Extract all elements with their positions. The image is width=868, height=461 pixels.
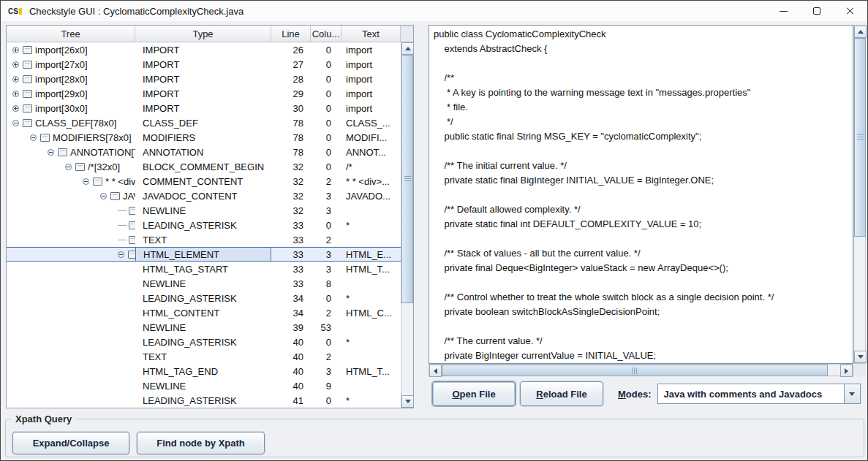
table-row[interactable]: LEADING_ASTERISK400* [7, 335, 401, 349]
table-row[interactable]: NEWLINE409 [7, 378, 401, 393]
table-row[interactable]: LEADING_ASTERISK330* [7, 218, 401, 232]
expand-handle-icon[interactable] [12, 47, 19, 53]
code-scroll-down-arrow[interactable] [854, 351, 867, 363]
dropdown-arrow-button[interactable] [844, 384, 860, 403]
table-row[interactable]: /*[32x0]BLOCK_COMMENT_BEGIN320/* [7, 159, 401, 174]
table-row[interactable]: HTML_TAG_END403HTML_T... [7, 364, 401, 378]
expand-handle-icon[interactable] [12, 61, 19, 68]
expand-handle-icon[interactable] [12, 105, 19, 112]
find-node-button[interactable]: Find node by Xpath [137, 432, 265, 454]
table-row[interactable]: HTML_TAG_START333HTML_T... [7, 262, 401, 276]
tree-node-icon [129, 221, 135, 229]
table-header: Tree Type Line Colu... Text [7, 26, 401, 42]
maximize-button[interactable] [800, 1, 834, 21]
type-cell: HTML_CONTENT [135, 305, 271, 320]
type-cell: IMPORT [135, 86, 271, 101]
table-row[interactable]: HTML_CONTENT342HTML_C... [7, 305, 401, 320]
line-cell: 32 [271, 188, 311, 203]
tree-cell: import[26x0] [7, 42, 135, 57]
code-horizontal-scrollbar[interactable] [429, 364, 853, 376]
collapse-handle-icon[interactable] [118, 251, 124, 258]
text-cell: import [341, 42, 401, 57]
line-cell: 33 [271, 276, 311, 291]
code-scrollbar-thumb[interactable] [854, 38, 866, 237]
code-scroll-left-arrow[interactable] [429, 365, 442, 377]
minimize-button[interactable] [766, 1, 800, 21]
expand-handle-icon[interactable] [12, 91, 19, 97]
collapse-handle-icon[interactable] [12, 120, 19, 126]
collapse-handle-icon[interactable] [48, 149, 54, 156]
tree-cell [7, 218, 135, 232]
type-cell: LEADING_ASTERISK [135, 393, 271, 408]
table-row[interactable]: NEWLINE338 [7, 276, 401, 291]
type-cell: NEWLINE [135, 276, 271, 291]
type-cell: IMPORT [135, 101, 271, 115]
table-row[interactable]: TEXT332 [7, 232, 401, 247]
tree-node-label: ANNOTATION[78x0] [70, 147, 135, 158]
column-header-type[interactable]: Type [135, 26, 271, 42]
collapse-handle-icon[interactable] [83, 178, 89, 185]
collapse-handle-icon[interactable] [65, 164, 72, 170]
table-row[interactable]: LEADING_ASTERISK410* [7, 393, 401, 408]
expand-handle-icon[interactable] [12, 76, 19, 83]
tree-node-icon [128, 251, 135, 259]
collapse-handle-icon[interactable] [30, 134, 37, 141]
code-hscrollbar-thumb[interactable] [442, 365, 828, 376]
code-vertical-scrollbar[interactable] [853, 25, 866, 364]
app-icon[interactable]: CS [8, 7, 22, 15]
tree-scroll-down-arrow[interactable] [401, 395, 414, 408]
reload-file-button[interactable]: Reload File [520, 381, 603, 406]
tree-indent [7, 79, 12, 80]
table-row[interactable]: import[28x0]IMPORT280import [7, 72, 401, 86]
table-row[interactable]: import[26x0]IMPORT260import [7, 42, 401, 57]
tree-indent [7, 64, 12, 65]
code-line [434, 319, 853, 334]
column-header-line[interactable]: Line [271, 26, 311, 42]
tree-cell: import[29x0] [7, 86, 135, 101]
maximize-icon [813, 7, 820, 15]
text-cell: HTML_E... [341, 247, 401, 262]
open-file-button[interactable]: Open File [432, 381, 516, 406]
text-cell [341, 203, 401, 218]
tree-cell [7, 232, 135, 247]
split-divider[interactable] [415, 25, 428, 408]
code-editor[interactable]: public class CyclomaticComplexityCheck e… [429, 25, 853, 364]
table-row[interactable]: HTML_ELEMENTHTML_ELEMENT333HTML_E... [7, 247, 401, 262]
column-cell: 0 [311, 218, 341, 232]
table-row[interactable]: ANNOTATION[78x0]ANNOTATION780ANNOT... [7, 145, 401, 159]
table-row[interactable]: import[27x0]IMPORT270import [7, 57, 401, 72]
tree-scrollbar-thumb[interactable] [401, 55, 413, 303]
column-header-tree[interactable]: Tree [7, 26, 135, 42]
table-row[interactable]: NEWLINE323 [7, 203, 401, 218]
line-cell: 41 [271, 393, 311, 408]
collapse-handle-icon[interactable] [100, 193, 107, 199]
code-panel: public class CyclomaticComplexityCheck e… [429, 25, 866, 376]
code-line: private static final BigInteger INITIAL_… [434, 173, 853, 188]
line-cell: 33 [271, 232, 311, 247]
tree-vertical-scrollbar[interactable] [401, 42, 413, 408]
table-row[interactable]: CLASS_DEF[78x0]CLASS_DEF780CLASS_... [7, 115, 401, 130]
tree-indent [7, 108, 12, 109]
code-scroll-right-arrow[interactable] [840, 365, 853, 377]
column-header-text[interactable]: Text [341, 26, 401, 42]
table-row[interactable]: * * <div>...COMMENT_CONTENT322* * <div>.… [7, 174, 401, 188]
close-button[interactable] [834, 1, 867, 21]
code-line [434, 144, 853, 159]
table-row[interactable]: import[30x0]IMPORT300import [7, 101, 401, 115]
tree-cell [7, 349, 135, 364]
table-row[interactable]: NEWLINE3953 [7, 320, 401, 335]
titlebar[interactable]: CS Checkstyle GUI : CyclomaticComplexity… [1, 1, 867, 21]
modes-dropdown[interactable]: Java with comments and Javadocs [657, 384, 861, 404]
table-row[interactable]: MODIFIERS[78x0]MODIFIERS780MODIFI... [7, 130, 401, 145]
text-cell: MODIFI... [341, 130, 401, 145]
code-scroll-up-arrow[interactable] [854, 26, 867, 38]
tree-indent [7, 357, 135, 357]
expand-collapse-button[interactable]: Expand/Collapse [12, 432, 129, 454]
tree-scroll-up-arrow[interactable] [401, 42, 414, 55]
table-row[interactable]: LEADING_ASTERISK340* [7, 291, 401, 305]
type-cell: HTML_ELEMENT [135, 247, 271, 262]
column-header-column[interactable]: Colu... [311, 26, 341, 42]
table-row[interactable]: import[29x0]IMPORT290import [7, 86, 401, 101]
table-row[interactable]: TEXT402 [7, 349, 401, 364]
table-row[interactable]: JAVADOC_CONTENTJAVADOC_CONTENT323JAVADO.… [7, 188, 401, 203]
